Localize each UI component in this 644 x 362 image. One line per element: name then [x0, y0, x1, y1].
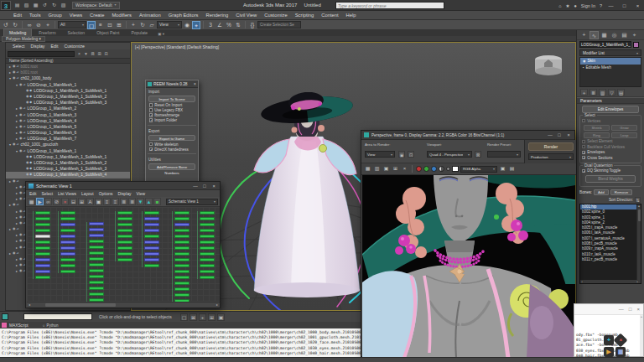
utilities-tab-icon[interactable]: ⌖	[630, 31, 639, 39]
schematic-view-selector[interactable]: Schematic View 1▾	[166, 199, 218, 205]
schematic-node[interactable]	[144, 258, 159, 261]
unlink-selected-icon[interactable]: ⊘	[53, 198, 60, 205]
sign-in-link[interactable]: Sign In	[581, 3, 595, 8]
schematic-node[interactable]	[89, 263, 104, 266]
bind-spacewarp-icon[interactable]: ⌖	[44, 21, 52, 29]
menu-graph-editors[interactable]: Graph Editors	[169, 13, 199, 18]
schematic-node[interactable]	[117, 211, 132, 215]
listener-resize-strip[interactable]	[0, 357, 644, 362]
delete-objects-icon[interactable]: ×	[61, 198, 69, 205]
tree-row[interactable]: ▸◉⊿LODGroup_1_MainMesh_3	[6, 112, 130, 118]
select-move-icon[interactable]: +	[129, 21, 138, 29]
schematic-titlebar[interactable]: Schematic View 1 — □ ×	[26, 182, 220, 190]
schematic-menu-list-views[interactable]: List Views	[58, 192, 76, 196]
schematic-node[interactable]	[60, 223, 75, 226]
tree-row[interactable]: ▸◉⊿LODGroup_1_MainMesh_6	[6, 130, 130, 136]
lock-explorer-icon[interactable]: ⊠	[90, 51, 96, 57]
mini-listener-icon[interactable]	[2, 313, 8, 320]
tree-row[interactable]: ▸◉⊿b001:root	[6, 70, 130, 75]
schematic-node[interactable]	[35, 252, 50, 256]
use-pivot-center-icon[interactable]: ◉	[183, 21, 191, 29]
schematic-node[interactable]	[117, 223, 132, 226]
select-manipulate-icon[interactable]: ⌖	[192, 21, 200, 29]
visibility-eye-icon[interactable]: ◉	[19, 130, 22, 136]
visibility-eye-icon[interactable]: ◉	[26, 154, 29, 160]
reference-coordinate-dropdown[interactable]: View▾	[157, 21, 182, 28]
ribbon-tab-object-paint[interactable]: Object Paint	[91, 29, 124, 36]
tree-row[interactable]: ▾◉⊿LODGroup_1_MainMesh_1	[6, 82, 130, 88]
scroll-right-icon[interactable]: ▸	[215, 303, 220, 308]
checkbox-icon[interactable]	[582, 145, 585, 148]
explorer-menu-edit[interactable]: Edit	[50, 44, 58, 49]
arrange-children-icon[interactable]: ▣	[95, 198, 102, 205]
import-to-scene-button[interactable]: Import To Scene	[148, 96, 195, 102]
schematic-menu-options[interactable]: Options	[99, 192, 113, 196]
undo-icon[interactable]: ↺	[2, 21, 10, 29]
schematic-node[interactable]	[60, 252, 75, 256]
align-top-icon[interactable]: ≣	[128, 198, 136, 205]
visibility-eye-icon[interactable]: ◉	[19, 209, 22, 215]
select-scale-icon[interactable]: ▱	[148, 21, 156, 29]
schematic-node[interactable]	[200, 246, 215, 250]
help-icon[interactable]: ?	[600, 3, 602, 8]
visibility-eye-icon[interactable]: ◉	[26, 94, 29, 100]
minimize-button[interactable]: —	[619, 307, 624, 312]
close-button[interactable]: ×	[210, 184, 217, 189]
tree-row[interactable]: ◉◆LODGroup_1_MainMesh_1_SubMesh_4	[6, 172, 130, 178]
ribbon-tab-freeform[interactable]: Freeform	[34, 29, 60, 36]
tree-row[interactable]: ▸◉⊿LODGroup_1_MainMesh_4	[6, 118, 130, 124]
always-arrange-icon[interactable]: A	[86, 198, 94, 205]
redo-icon[interactable]: ↻	[50, 2, 58, 9]
select-by-name-icon[interactable]: ≡	[96, 21, 105, 29]
parameters-rollout[interactable]: Parameters	[577, 97, 644, 104]
create-selection-set-input[interactable]: Create Selection Se	[257, 21, 301, 28]
maximize-button[interactable]: □	[629, 307, 632, 312]
shrink-button[interactable]: Shrink	[584, 125, 610, 131]
schematic-node[interactable]	[174, 258, 190, 261]
object-name-field[interactable]: LODGroup_1_MainMesh_1_SubMesh_4	[579, 41, 631, 48]
schematic-node[interactable]	[200, 223, 215, 226]
schematic-node[interactable]	[144, 211, 159, 215]
workspace-dropdown[interactable]: Workspace: Default▾	[72, 2, 120, 9]
schematic-node[interactable]	[174, 293, 190, 297]
checkbox-icon[interactable]: ✓	[582, 151, 585, 154]
add-remove-bone-numbers-button[interactable]: Add/Remove Bone Numbers	[148, 163, 195, 170]
explorer-column-header[interactable]: Name (Sorted Ascending)	[6, 58, 130, 64]
object-color-swatch[interactable]	[633, 42, 639, 48]
export-to-game-button[interactable]: Export to Game	[148, 135, 195, 142]
remove-modifier-icon[interactable]: ▽	[608, 89, 615, 96]
align-right-icon[interactable]: ≣	[120, 198, 127, 205]
blue-channel-button[interactable]	[431, 166, 437, 172]
redo-icon[interactable]: ↻	[11, 21, 19, 29]
schematic-node[interactable]	[60, 246, 75, 250]
scroll-thumb[interactable]	[45, 303, 116, 307]
project-folder-icon[interactable]: ▨	[60, 2, 67, 9]
clone-rendered-frame-icon[interactable]: ▣	[382, 165, 390, 173]
open-file-icon[interactable]: ▧	[23, 2, 30, 9]
menu-civil-view[interactable]: Civil View	[236, 13, 257, 18]
schematic-node[interactable]	[144, 235, 159, 238]
schematic-node[interactable]	[174, 246, 190, 250]
schematic-menu-select[interactable]: Select	[41, 192, 53, 196]
schematic-node[interactable]	[89, 292, 104, 296]
schematic-node[interactable]	[174, 217, 190, 220]
visibility-eye-icon[interactable]: ◉	[19, 112, 22, 118]
viewport-label[interactable]: [+] [Perspective] [Standard] [Default Sh…	[135, 44, 219, 49]
angle-snap-icon[interactable]: ∠	[216, 21, 224, 29]
render-button[interactable]: Render	[528, 142, 574, 151]
visibility-eye-icon[interactable]: ◉	[19, 106, 22, 111]
modifier-list-dropdown[interactable]: Modifier List▾	[579, 49, 641, 56]
schematic-node[interactable]	[60, 264, 75, 267]
selection-lock-icon[interactable]: ⊠	[190, 313, 197, 321]
show-end-result-icon[interactable]: ≣	[589, 89, 597, 96]
visibility-eye-icon[interactable]: ◉	[19, 232, 22, 238]
visibility-eye-icon[interactable]: ◉	[13, 70, 15, 75]
red-channel-button[interactable]	[416, 166, 422, 172]
loop-button[interactable]: Loop	[611, 132, 637, 138]
clear-search-icon[interactable]: ×	[76, 51, 82, 57]
schematic-node[interactable]	[174, 235, 190, 238]
hierarchy-mode-icon[interactable]: ⊟	[70, 198, 77, 205]
white-window-titlebar[interactable]: — □ ×	[574, 304, 643, 315]
references-mode-icon[interactable]: ⊞	[78, 198, 86, 205]
schematic-menu-layout[interactable]: Layout	[81, 192, 94, 196]
